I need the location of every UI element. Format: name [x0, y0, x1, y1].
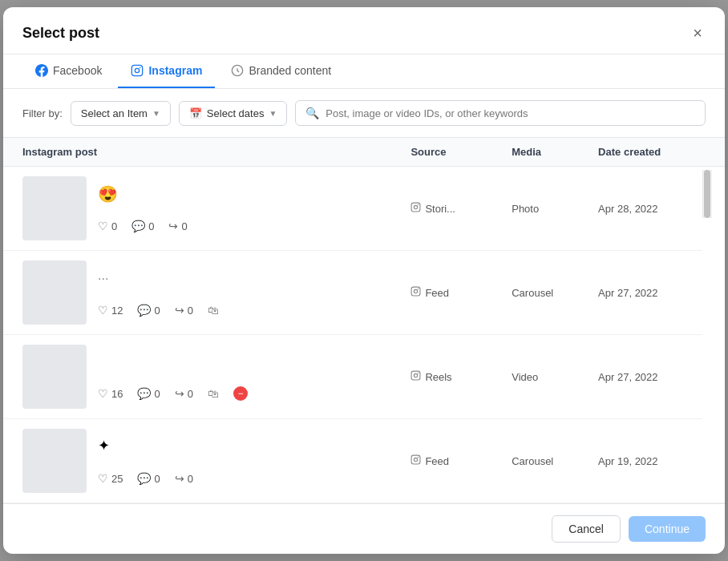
shares-stat: ↪ 0 [168, 220, 187, 232]
date-value: Apr 27, 2022 [598, 371, 657, 383]
source-platform-icon [411, 202, 421, 215]
post-cell-2: ... ♡ 12 💬 0 ↪ 0 🛍 [3, 251, 399, 335]
item-select-dropdown[interactable]: Select an Item ▼ [71, 101, 171, 126]
source-cell-3: Reels [399, 335, 500, 419]
comments-stat: 💬 0 [137, 304, 160, 317]
comments-stat: 💬 0 [137, 387, 160, 400]
modal-title: Select post [22, 25, 99, 42]
media-cell-3: Video [500, 335, 587, 419]
heart-icon: ♡ [98, 304, 108, 317]
post-content-area: ... ♡ 12 💬 0 ↪ 0 🛍 [98, 268, 388, 317]
filter-label: Filter by: [22, 107, 63, 119]
source-label: Feed [411, 454, 489, 467]
post-cell-4: ✦ ♡ 25 💬 0 ↪ 0 [3, 419, 399, 503]
search-icon: 🔍 [305, 107, 319, 119]
date-select-chevron-icon: ▼ [269, 109, 277, 118]
svg-rect-4 [411, 203, 420, 212]
shares-stat: ↪ 0 [175, 387, 193, 400]
facebook-icon [35, 64, 48, 77]
table-row[interactable]: ♡ 16 💬 0 ↪ 0 🛍 − Reels VideoApr 27, 2022 [3, 335, 725, 419]
post-content-area: ✦ ♡ 25 💬 0 ↪ 0 [98, 437, 388, 485]
col-header-post: Instagram post [3, 138, 399, 167]
media-cell-1: Photo [500, 167, 587, 251]
source-label: Feed [411, 286, 489, 299]
comment-icon: 💬 [137, 304, 151, 317]
modal-footer: Cancel Continue [3, 503, 725, 554]
post-dots: ... [98, 268, 388, 283]
post-stats: ♡ 0 💬 0 ↪ 0 [98, 220, 388, 232]
table-row[interactable]: ... ♡ 12 💬 0 ↪ 0 🛍 Feed CarouselA [3, 251, 725, 335]
shares-stat: ↪ 0 [175, 472, 193, 485]
item-select-chevron-icon: ▼ [152, 109, 160, 118]
filter-bar: Filter by: Select an Item ▼ 📅 Select dat… [3, 89, 725, 138]
likes-stat: ♡ 25 [98, 472, 123, 485]
svg-point-11 [415, 373, 418, 377]
likes-stat: ♡ 12 [98, 304, 123, 317]
likes-stat: ♡ 0 [98, 220, 117, 232]
tab-branded[interactable]: Branded content [218, 54, 344, 88]
source-platform-icon [411, 454, 421, 467]
scrollbar-thumb[interactable] [704, 170, 710, 218]
continue-button[interactable]: Continue [629, 516, 706, 542]
share-icon: ↪ [175, 304, 184, 317]
svg-point-1 [135, 68, 140, 72]
table-row[interactable]: 😍 ♡ 0 💬 0 ↪ 0 Stori... PhotoApr [3, 167, 725, 251]
cancel-button[interactable]: Cancel [552, 515, 621, 543]
post-cell-3: ♡ 16 💬 0 ↪ 0 🛍 − [3, 335, 399, 419]
date-cell-3: Apr 27, 2022 [587, 335, 702, 419]
instagram-icon [131, 64, 144, 77]
heart-icon: ♡ [98, 472, 108, 485]
post-stats: ♡ 16 💬 0 ↪ 0 🛍 − [98, 386, 388, 401]
heart-icon: ♡ [98, 387, 108, 400]
media-value: Photo [512, 203, 539, 215]
svg-rect-10 [411, 371, 420, 380]
media-value: Video [512, 371, 538, 383]
table-row[interactable]: ✦ ♡ 25 💬 0 ↪ 0 Feed CarouselApr 1 [3, 419, 725, 503]
post-thumbnail [22, 260, 87, 325]
svg-point-6 [418, 204, 419, 205]
comment-icon: 💬 [137, 472, 151, 485]
post-cell-1: 😍 ♡ 0 💬 0 ↪ 0 [3, 167, 399, 251]
svg-rect-13 [411, 455, 420, 464]
svg-rect-7 [411, 287, 420, 296]
comment-icon: 💬 [131, 220, 145, 232]
item-select-label: Select an Item [81, 107, 148, 119]
source-cell-4: Feed [399, 419, 500, 503]
branded-icon [231, 64, 244, 77]
calendar-icon: 📅 [189, 107, 202, 119]
source-value: Feed [425, 287, 449, 299]
likes-stat: ♡ 16 [98, 387, 123, 400]
tab-instagram-label: Instagram [148, 64, 202, 77]
svg-point-14 [415, 458, 418, 461]
post-thumbnail [22, 345, 87, 409]
blocked-icon: − [233, 386, 248, 401]
post-thumbnail [22, 429, 87, 493]
date-value: Apr 28, 2022 [598, 203, 657, 215]
comments-stat: 💬 0 [131, 220, 154, 232]
date-cell-4: Apr 19, 2022 [587, 419, 702, 503]
source-platform-icon [411, 286, 421, 299]
tab-facebook[interactable]: Facebook [22, 54, 115, 88]
date-cell-2: Apr 27, 2022 [587, 251, 702, 335]
close-button[interactable]: × [690, 22, 706, 44]
modal-header: Select post × [3, 7, 725, 54]
date-select-dropdown[interactable]: 📅 Select dates ▼ [179, 101, 287, 126]
source-value: Stori... [425, 203, 455, 215]
date-value: Apr 19, 2022 [598, 455, 657, 467]
tab-facebook-label: Facebook [53, 64, 102, 77]
svg-point-15 [418, 457, 419, 458]
tabs-bar: Facebook Instagram Branded content [3, 54, 725, 89]
post-stats: ♡ 12 💬 0 ↪ 0 🛍 [98, 304, 388, 317]
search-input[interactable] [326, 107, 695, 119]
shares-stat: ↪ 0 [175, 304, 193, 317]
scrollbar-track[interactable] [702, 170, 712, 218]
post-emoji: 😍 [98, 184, 388, 204]
col-header-media: Media [500, 138, 587, 167]
tab-instagram[interactable]: Instagram [118, 54, 215, 88]
post-sparkle: ✦ [98, 437, 388, 454]
media-cell-4: Carousel [500, 419, 587, 503]
source-value: Reels [425, 371, 451, 383]
share-icon: ↪ [168, 220, 178, 232]
date-select-label: Select dates [207, 107, 265, 119]
post-table-container: Instagram post Source Media Date created [3, 138, 725, 503]
